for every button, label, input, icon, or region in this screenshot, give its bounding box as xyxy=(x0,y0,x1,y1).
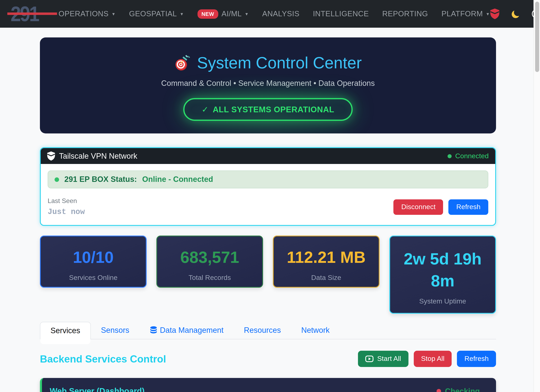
tab-services[interactable]: Services xyxy=(40,322,91,339)
nav-item-reporting[interactable]: REPORTING xyxy=(382,9,428,18)
nav-item-platform[interactable]: PLATFORM ▼ xyxy=(441,9,490,18)
stat-label: Total Records xyxy=(160,274,259,282)
service-title: Web Server (Dashboard) xyxy=(50,387,145,392)
nav-links: OPERATIONS ▼ GEOSPATIAL ▼ NEW AI/ML ▼ AN… xyxy=(59,9,490,19)
brand-logo[interactable]: 291 xyxy=(10,3,42,24)
navbar-right-icons: ? xyxy=(490,9,540,19)
vpn-status-text: Connected xyxy=(455,152,489,160)
stat-value: 112.21 MB xyxy=(277,249,375,266)
nav-item-label: OPERATIONS xyxy=(59,9,109,18)
tab-label: Data Management xyxy=(160,326,224,335)
service-status-text: Checking... xyxy=(445,387,486,392)
refresh-services-button[interactable]: Refresh xyxy=(457,351,496,367)
status-dot-green xyxy=(448,154,452,158)
stop-all-button[interactable]: Stop All xyxy=(414,351,452,367)
service-card-web-server: Web Server (Dashboard) Checking... Node … xyxy=(40,378,496,392)
brand-logo-strike xyxy=(7,12,57,15)
status-dot-green xyxy=(55,177,59,182)
target-dart-icon xyxy=(174,54,191,71)
hero-banner: System Control Center Command & Control … xyxy=(40,37,496,133)
last-seen-label: Last Seen xyxy=(48,197,85,205)
vpn-card-body: 291 EP BOX Status: Online - Connected La… xyxy=(41,164,495,225)
stat-label: System Uptime xyxy=(393,297,492,306)
status-dot-red xyxy=(436,389,441,392)
new-badge: NEW xyxy=(197,9,218,19)
section-title: Backend Services Control xyxy=(40,353,166,365)
hero-subtitle: Command & Control • Service Management •… xyxy=(48,79,488,88)
nav-item-intelligence[interactable]: INTELLIGENCE xyxy=(313,9,369,18)
tab-bar: Services Sensors Data Management Resourc… xyxy=(40,322,496,339)
tab-sensors[interactable]: Sensors xyxy=(91,322,140,339)
stat-value: 683,571 xyxy=(160,249,259,266)
nav-item-label: AI/ML xyxy=(221,9,242,18)
stats-row: 10/10 Services Online 683,571 Total Reco… xyxy=(40,235,496,314)
tailscale-shield-icon[interactable] xyxy=(490,9,500,19)
page: 291 OPERATIONS ▼ GEOSPATIAL ▼ NEW AI/ML … xyxy=(0,0,540,392)
backend-services-header: Backend Services Control Start All Stop … xyxy=(40,351,496,367)
stat-value: 2w 5d 19h 8m xyxy=(393,248,492,292)
nav-item-geospatial[interactable]: GEOSPATIAL ▼ xyxy=(129,9,184,18)
scrollbar-thumb[interactable] xyxy=(535,2,539,72)
last-seen-value: Just now xyxy=(48,207,85,216)
ep-box-status-alert: 291 EP BOX Status: Online - Connected xyxy=(48,171,488,188)
database-icon xyxy=(150,326,157,334)
service-status: Checking... xyxy=(436,387,486,392)
page-title-text: System Control Center xyxy=(197,53,362,72)
navbar: 291 OPERATIONS ▼ GEOSPATIAL ▼ NEW AI/ML … xyxy=(0,0,540,28)
nav-item-analysis[interactable]: ANALYSIS xyxy=(262,9,300,18)
stat-label: Services Online xyxy=(44,274,143,282)
vpn-card-title: Tailscale VPN Network xyxy=(59,152,137,161)
check-icon: ✓ xyxy=(202,105,209,114)
vpn-card-header: Tailscale VPN Network Connected xyxy=(41,148,495,164)
tab-network[interactable]: Network xyxy=(291,322,340,339)
stat-card-total-records: 683,571 Total Records xyxy=(156,235,263,288)
tab-label: Resources xyxy=(244,326,281,335)
play-icon xyxy=(365,356,373,362)
chevron-down-icon: ▼ xyxy=(245,12,249,16)
stat-card-services-online: 10/10 Services Online xyxy=(40,235,147,288)
vpn-connection-status: Connected xyxy=(448,152,489,160)
tab-label: Services xyxy=(50,326,80,335)
moon-icon[interactable] xyxy=(511,9,520,19)
start-all-button[interactable]: Start All xyxy=(358,351,408,367)
stat-card-data-size: 112.21 MB Data Size xyxy=(273,235,380,288)
main-content: System Control Center Command & Control … xyxy=(40,37,496,392)
page-title: System Control Center xyxy=(48,53,488,72)
shield-icon xyxy=(47,151,55,161)
tab-data-management[interactable]: Data Management xyxy=(140,322,234,339)
stat-label: Data Size xyxy=(277,274,375,282)
nav-item-operations[interactable]: OPERATIONS ▼ xyxy=(59,9,116,18)
stat-value: 10/10 xyxy=(44,249,143,266)
tab-label: Network xyxy=(301,326,330,335)
disconnect-button[interactable]: Disconnect xyxy=(394,199,443,215)
chevron-down-icon: ▼ xyxy=(111,12,115,16)
refresh-vpn-button[interactable]: Refresh xyxy=(449,199,488,215)
last-seen-block: Last Seen Just now xyxy=(48,197,85,216)
button-label: Start All xyxy=(377,355,401,363)
vpn-buttons: Disconnect Refresh xyxy=(394,199,488,215)
chevron-down-icon: ▼ xyxy=(180,12,184,16)
all-systems-operational-pill: ✓ ALL SYSTEMS OPERATIONAL xyxy=(183,98,352,121)
nav-item-aiml[interactable]: NEW AI/ML ▼ xyxy=(197,9,249,19)
nav-item-label: REPORTING xyxy=(382,9,428,18)
ep-box-status-label: 291 EP BOX Status: xyxy=(64,175,137,184)
ep-box-status-value: Online - Connected xyxy=(142,175,213,184)
vpn-footer-row: Last Seen Just now Disconnect Refresh xyxy=(48,197,488,216)
nav-item-label: GEOSPATIAL xyxy=(129,9,177,18)
tab-label: Sensors xyxy=(101,326,129,335)
service-card-header: Web Server (Dashboard) Checking... xyxy=(50,387,486,392)
stat-card-system-uptime: 2w 5d 19h 8m System Uptime xyxy=(389,235,496,314)
pill-label: ALL SYSTEMS OPERATIONAL xyxy=(213,105,334,114)
chevron-down-icon: ▼ xyxy=(486,12,490,16)
nav-item-label: INTELLIGENCE xyxy=(313,9,369,18)
nav-item-label: PLATFORM xyxy=(441,9,483,18)
page-scrollbar xyxy=(534,0,540,392)
service-control-buttons: Start All Stop All Refresh xyxy=(358,351,496,367)
nav-item-label: ANALYSIS xyxy=(262,9,300,18)
vpn-card: Tailscale VPN Network Connected 291 EP B… xyxy=(40,147,496,226)
tab-resources[interactable]: Resources xyxy=(234,322,291,339)
